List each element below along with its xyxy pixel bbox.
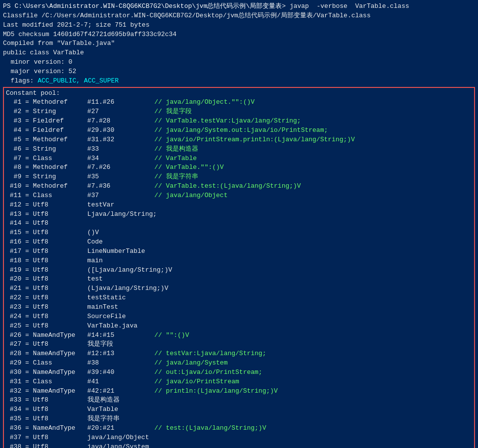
cp-entry: #23 = Utf8mainTest (6, 303, 472, 312)
major-version-line: major version: 52 (3, 67, 475, 77)
cp-entry: #17 = Utf8LineNumberTable (6, 247, 472, 256)
cp-ref: (Ljava/lang/String;)V (87, 284, 169, 293)
cp-ref: #33 (87, 145, 147, 154)
cp-ref: mainTest (87, 303, 147, 312)
cp-ref: #39:#40 (87, 368, 147, 377)
cp-entry: #37 = Utf8java/lang/Object (6, 433, 472, 443)
cp-num: #38 = (6, 443, 33, 448)
cp-comment: // VarTable (147, 155, 197, 162)
cp-comment: // java/lang/Object (147, 192, 228, 199)
cp-type: Utf8 (33, 247, 87, 256)
cp-ref: VarTable (87, 405, 147, 414)
cp-entry: #28 = NameAndType#12:#13 // testVar:Ljav… (6, 349, 472, 359)
cp-ref: SourceFile (87, 312, 147, 322)
cp-num: #8 = (6, 163, 33, 171)
prompt-text: PS C:\Users\Administrator.WIN-C8QG6KCB7G… (3, 2, 282, 10)
cp-num: #16 = (6, 238, 33, 245)
cp-ref: VarTable.java (87, 322, 147, 331)
cp-entry: #35 = Utf8我是字符串 (6, 414, 472, 424)
cp-comment: // VarTable."":()V (147, 163, 224, 171)
cp-entries-container: #1 = Methodref#11.#26 // java/lang/Objec… (6, 98, 472, 448)
cp-num: #35 = (6, 415, 33, 422)
cp-type: Utf8 (33, 284, 87, 293)
cp-comment: // java/io/PrintStream (147, 378, 239, 385)
cp-entry: #32 = NameAndType#42:#21 // println:(Lja… (6, 387, 472, 396)
cp-entry: #30 = NameAndType#39:#40 // out:Ljava/io… (6, 368, 472, 377)
flags-value: ACC_PUBLIC, ACC_SUPER (38, 77, 119, 84)
cp-type: Utf8 (33, 303, 87, 312)
cp-comment: // 我是字段 (147, 108, 192, 115)
cp-entry: #3 = Fieldref#7.#28 // VarTable.testVar:… (6, 117, 472, 126)
command-text: javap -verbose VarTable.class (290, 2, 409, 10)
cp-comment: // testVar:Ljava/lang/String; (147, 350, 266, 357)
cp-num: #5 = (6, 136, 33, 143)
cp-ref: testVar (87, 201, 147, 210)
cp-comment: // out:Ljava/io/PrintStream; (147, 368, 262, 376)
cp-entry: #24 = Utf8SourceFile (6, 312, 472, 322)
cp-type: Class (33, 154, 87, 163)
cp-entry: #9 = String#35 // 我是字符串 (6, 172, 472, 182)
constant-pool-label: Constant pool: (6, 89, 472, 98)
cp-ref: Code (87, 238, 147, 247)
cp-ref: #31.#32 (87, 135, 147, 145)
cp-ref: ([Ljava/lang/String;)V (87, 266, 173, 275)
cp-entry: #38 = Utf8java/lang/System (6, 443, 472, 448)
flags-line: flags: ACC_PUBLIC, ACC_SUPER (3, 77, 475, 86)
cp-ref: 我是字符串 (87, 414, 147, 424)
cp-type: Utf8 (33, 396, 87, 405)
cp-type: Utf8 (33, 238, 87, 247)
cp-type: Class (33, 359, 87, 368)
cp-num: #17 = (6, 247, 33, 255)
last-modified-line: Last modified 2021-2-7; size 751 bytes (3, 21, 475, 30)
cp-entry: #5 = Methodref#31.#32 // java/io/PrintSt… (6, 135, 472, 145)
cp-entry: #14 = Utf8 (6, 219, 472, 228)
cp-type: Utf8 (33, 275, 87, 284)
cp-ref: 我是构造器 (87, 396, 147, 405)
cp-num: #29 = (6, 359, 33, 367)
cp-ref: #35 (87, 172, 147, 182)
cp-num: #28 = (6, 350, 33, 357)
cp-entry: #27 = Utf8我是字段 (6, 340, 472, 349)
cp-num: #15 = (6, 229, 33, 236)
public-class-line: public class VarTable (3, 48, 475, 58)
cp-type: NameAndType (33, 424, 87, 433)
cp-comment: // 我是字符串 (147, 173, 198, 180)
cp-ref: java/lang/System (87, 443, 149, 448)
cp-num: #24 = (6, 313, 33, 320)
cp-type: Utf8 (33, 443, 87, 448)
cp-comment: // println:(Ljava/lang/String;)V (147, 387, 278, 395)
cp-entry: #36 = NameAndType#20:#21 // test:(Ljava/… (6, 424, 472, 433)
cp-num: #30 = (6, 368, 33, 376)
cp-type: Utf8 (33, 293, 87, 303)
cp-entry: #19 = Utf8([Ljava/lang/String;)V (6, 266, 472, 275)
cp-num: #21 = (6, 285, 33, 292)
cp-type: Class (33, 191, 87, 201)
cp-entry: #34 = Utf8VarTable (6, 405, 472, 414)
cp-num: #25 = (6, 322, 33, 329)
compiled-from-line: Compiled from "VarTable.java" (3, 39, 475, 48)
cp-comment: // 我是构造器 (147, 145, 198, 153)
cp-type: Fieldref (33, 117, 87, 126)
cp-type: Utf8 (33, 340, 87, 349)
cp-ref: LineNumberTable (87, 247, 147, 256)
constant-pool-box: Constant pool: #1 = Methodref#11.#26 // … (3, 87, 475, 448)
cp-ref: ()V (87, 228, 147, 238)
cp-ref: #37 (87, 191, 147, 201)
cp-entry: #15 = Utf8()V (6, 228, 472, 238)
cp-type: Utf8 (33, 433, 87, 443)
cp-entry: #16 = Utf8Code (6, 238, 472, 247)
cp-type: Utf8 (33, 228, 87, 238)
cp-type: Fieldref (33, 126, 87, 135)
cp-entry: #18 = Utf8main (6, 256, 472, 266)
cp-entry: #11 = Class#37 // java/lang/Object (6, 191, 472, 201)
cp-ref: #29.#30 (87, 126, 147, 135)
cp-num: #11 = (6, 192, 33, 199)
cp-num: #32 = (6, 387, 33, 395)
cp-entry: #25 = Utf8VarTable.java (6, 322, 472, 331)
cp-ref: #12:#13 (87, 349, 147, 359)
cp-num: #37 = (6, 434, 33, 441)
cp-num: #13 = (6, 210, 33, 218)
cp-entry: #2 = String#27 // 我是字段 (6, 107, 472, 117)
cp-comment: // test:(Ljava/lang/String;)V (147, 424, 266, 432)
cp-ref: #11.#26 (87, 98, 147, 107)
